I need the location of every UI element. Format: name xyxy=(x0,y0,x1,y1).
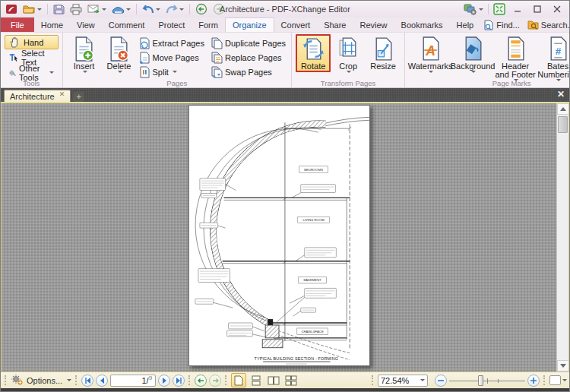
move-pages-icon xyxy=(138,52,150,64)
other-tools-button[interactable]: Other Tools xyxy=(5,65,59,80)
split-icon xyxy=(138,66,150,78)
continuous-view-button[interactable] xyxy=(249,373,264,387)
zoom-slider[interactable] xyxy=(449,375,525,387)
search-button[interactable]: Search... xyxy=(524,18,570,32)
label-living-room: LIVING ROOM xyxy=(302,218,325,222)
insert-pages-button[interactable]: Insert xyxy=(67,34,102,74)
replace-pages-button[interactable]: Replace Pages xyxy=(209,51,287,64)
chevron-down-icon xyxy=(429,71,433,73)
tab-home[interactable]: Home xyxy=(34,17,70,32)
bates-numbering-label: Bates Numbering xyxy=(537,62,570,79)
single-page-view-button[interactable] xyxy=(231,373,246,387)
first-page-button[interactable] xyxy=(81,375,93,387)
close-button[interactable] xyxy=(548,2,566,16)
resize-pages-label: Resize xyxy=(370,62,396,71)
fullscreen-button[interactable] xyxy=(492,2,507,16)
open-button[interactable] xyxy=(21,2,43,16)
tab-view[interactable]: View xyxy=(70,17,102,32)
chevron-down-icon xyxy=(471,71,476,73)
chevron-down-icon xyxy=(126,8,131,11)
nav-forward-button[interactable] xyxy=(211,2,226,16)
maximize-button[interactable] xyxy=(528,2,546,16)
ribbon-group-pages: Insert Delete Extract Pages Move Pages xyxy=(63,33,293,87)
resize-pages-button[interactable]: Resize xyxy=(366,34,401,71)
architecture-drawing: BEDROOMS LIVING ROOM BASEMENT CRAWLSPACE… xyxy=(189,106,369,365)
fit-page-button[interactable] xyxy=(549,375,567,385)
tab-organize[interactable]: Organize xyxy=(225,17,274,32)
header-footer-label: Header and Footer xyxy=(495,62,536,79)
customize-toolbar-button[interactable] xyxy=(462,2,485,16)
zoom-value: 72.54% xyxy=(381,376,416,385)
header-footer-button[interactable]: Header and Footer xyxy=(494,34,537,82)
watermarks-button[interactable]: A Watermarks xyxy=(409,34,451,74)
tab-protect[interactable]: Protect xyxy=(151,17,192,32)
chevron-down-icon xyxy=(179,8,184,11)
move-pages-button[interactable]: Move Pages xyxy=(137,51,206,64)
background-label: Background xyxy=(451,62,496,71)
previous-page-button[interactable] xyxy=(96,375,108,387)
page-number-input[interactable]: 1/9 xyxy=(110,375,156,387)
scrollbar-thumb[interactable] xyxy=(558,116,568,133)
swap-pages-button[interactable]: Swap Pages xyxy=(209,65,287,78)
nav-back-button[interactable] xyxy=(194,2,209,16)
document-tab-architecture[interactable]: Architecture ✕ xyxy=(4,90,71,102)
chevron-down-icon xyxy=(562,379,567,381)
email-button[interactable] xyxy=(86,2,108,16)
delete-pages-button[interactable]: Delete xyxy=(102,34,137,74)
scan-button[interactable] xyxy=(110,2,132,16)
tab-review[interactable]: Review xyxy=(353,17,394,32)
separator xyxy=(136,4,137,14)
scroll-down-button[interactable] xyxy=(557,360,569,371)
bates-numbering-button[interactable]: # Bates Numbering xyxy=(537,34,570,82)
crop-pages-button[interactable]: Crop xyxy=(331,34,366,74)
find-button[interactable]: Find... xyxy=(480,18,523,32)
close-tab-icon[interactable]: ✕ xyxy=(59,91,65,98)
zoom-out-button[interactable] xyxy=(435,375,447,387)
options-label: Options... xyxy=(27,376,62,385)
two-page-view-button[interactable] xyxy=(266,373,281,387)
minimize-button[interactable] xyxy=(508,2,527,16)
close-pane-button[interactable]: ✕ xyxy=(557,90,565,99)
group-label-tools: Tools xyxy=(1,79,62,87)
previous-view-button[interactable] xyxy=(195,375,207,387)
tab-bookmarks[interactable]: Bookmarks xyxy=(394,17,450,32)
tab-help[interactable]: Help xyxy=(450,17,481,32)
two-page-continuous-view-button[interactable] xyxy=(283,373,299,387)
tab-file[interactable]: File xyxy=(1,17,34,32)
new-tab-button[interactable]: + xyxy=(73,92,84,102)
document-canvas[interactable]: BEDROOMS LIVING ROOM BASEMENT CRAWLSPACE… xyxy=(1,103,569,371)
scroll-up-button[interactable] xyxy=(557,103,569,115)
tab-convert[interactable]: Convert xyxy=(274,17,318,32)
background-button[interactable]: Background xyxy=(451,34,494,74)
hand-tool-button[interactable]: Hand xyxy=(5,35,59,49)
next-page-button[interactable] xyxy=(158,375,170,387)
save-button[interactable] xyxy=(52,2,66,16)
hand-tool-label: Hand xyxy=(24,38,43,47)
select-text-button[interactable]: Select Text xyxy=(5,50,59,65)
tab-comment[interactable]: Comment xyxy=(102,17,152,32)
next-view-button[interactable] xyxy=(209,375,221,387)
zoom-slider-thumb[interactable] xyxy=(478,375,483,386)
print-button[interactable] xyxy=(68,2,84,16)
zoom-level-combobox[interactable]: 72.54% xyxy=(378,375,428,387)
rotate-pages-button[interactable]: Rotate xyxy=(296,34,331,72)
zoom-in-button[interactable] xyxy=(527,375,540,387)
undo-button[interactable] xyxy=(141,2,162,16)
chevron-down-icon xyxy=(479,8,483,11)
tab-share[interactable]: Share xyxy=(317,17,353,32)
duplicate-pages-button[interactable]: Duplicate Pages xyxy=(209,36,287,49)
split-button[interactable]: Split xyxy=(137,65,206,78)
svg-text:#: # xyxy=(555,46,561,57)
redo-button[interactable] xyxy=(164,2,185,16)
chevron-down-icon xyxy=(118,71,122,73)
options-button[interactable]: Options... xyxy=(11,375,71,386)
separator xyxy=(47,4,48,14)
extract-pages-button[interactable]: Extract Pages xyxy=(137,36,206,49)
last-page-button[interactable] xyxy=(173,375,185,387)
tab-form[interactable]: Form xyxy=(192,17,225,32)
arrow-down-icon xyxy=(560,364,566,368)
vertical-scrollbar[interactable] xyxy=(556,103,568,371)
rotate-pages-label: Rotate xyxy=(301,62,325,71)
chevron-down-icon xyxy=(156,8,160,11)
pdf-page[interactable]: BEDROOMS LIVING ROOM BASEMENT CRAWLSPACE… xyxy=(188,105,370,366)
